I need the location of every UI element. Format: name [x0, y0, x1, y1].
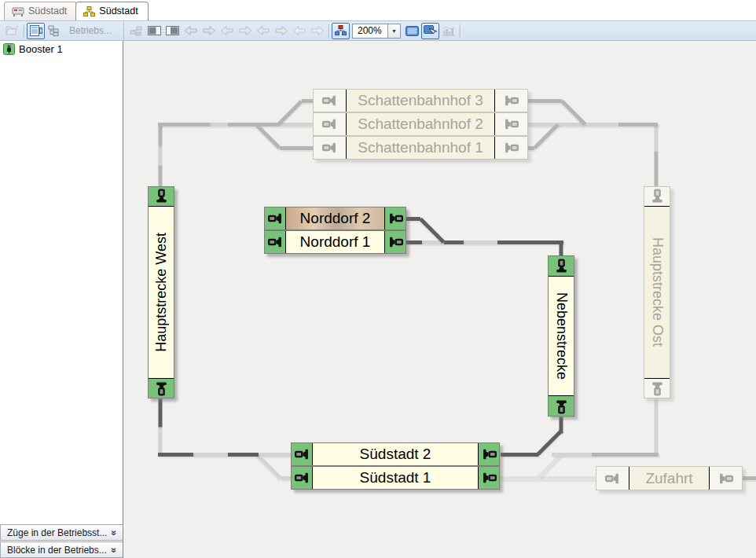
track-segment [655, 125, 659, 152]
toolbar-separator [328, 24, 329, 38]
brake-marker-icon [294, 472, 310, 484]
block-nebenstrecke[interactable]: Nebenstrecke [548, 255, 574, 417]
booster-label: Booster 1 [19, 43, 63, 55]
track-segment [560, 100, 586, 126]
main-toolbar: Betriebs... 200% [0, 20, 756, 41]
track-segment [228, 453, 259, 457]
brake-marker-icon [481, 448, 497, 461]
prev-route-button[interactable] [290, 23, 308, 39]
toolbar-separator [460, 24, 461, 38]
brake-marker-icon [555, 258, 567, 274]
next-route-button[interactable] [308, 23, 326, 39]
track-segment [193, 453, 228, 457]
block-entry-marker [149, 187, 174, 207]
tree-view-button[interactable] [45, 23, 63, 39]
hierarchy-icon [83, 6, 95, 17]
block-hauptstrecke-west[interactable]: Hauptstrecke West [148, 186, 174, 398]
track-segment [444, 240, 464, 244]
block-label: Schattenbahnhof 3 [347, 90, 494, 112]
block-schattenbahnhof-3[interactable]: Schattenbahnhof 3 [313, 89, 528, 112]
details-view-button[interactable] [27, 23, 45, 39]
next-train-button[interactable] [236, 23, 254, 39]
track-segment [255, 123, 281, 149]
track-segment [585, 123, 618, 127]
dispatcher-toolbar: 200% ▼ [123, 21, 756, 40]
panel-zuege-in-betriebsstelle[interactable]: Züge in der Betriebsst... » [0, 524, 123, 541]
block-label: Südstadt 2 [313, 443, 478, 465]
half-left-view-button[interactable] [145, 23, 163, 39]
brake-marker-icon [321, 118, 338, 130]
block-entry-marker [596, 467, 629, 490]
block-label: Hauptstrecke Ost [644, 207, 670, 378]
brake-marker-icon [267, 236, 284, 248]
prev-train-button[interactable] [218, 23, 236, 39]
brake-marker-icon [155, 189, 167, 205]
block-entry-marker [292, 443, 313, 465]
track-segment [500, 476, 596, 480]
brake-marker-icon [294, 448, 310, 461]
block-hauptstrecke-ost[interactable]: Hauptstrecke Ost [644, 186, 670, 398]
dispatcher-diagram-canvas[interactable]: Schattenbahnhof 3Schattenbahnhof 2Schatt… [123, 41, 756, 558]
track-segment [406, 240, 422, 244]
track-segment [255, 453, 281, 479]
track-segment [533, 123, 559, 149]
track-segment [159, 125, 163, 147]
block-suedstadt-1[interactable]: Südstadt 1 [291, 466, 500, 490]
block-exit-marker [709, 467, 742, 490]
brake-marker-icon [481, 472, 497, 484]
block-norddorf-2[interactable]: Norddorf 2 [264, 207, 406, 230]
block-exit-marker [478, 467, 499, 489]
block-schattenbahnhof-1[interactable]: Schattenbahnhof 1 [313, 136, 528, 160]
brake-marker-icon [604, 472, 621, 485]
tab-dispatcher-suedstadt[interactable]: Südstadt [75, 2, 148, 20]
window-view-button[interactable] [403, 23, 421, 39]
track-segment [302, 99, 313, 103]
brake-marker-icon [387, 212, 404, 225]
block-zufahrt[interactable]: Zufahrt [596, 466, 743, 490]
track-segment [158, 123, 210, 127]
switch-mode-button[interactable] [127, 23, 145, 39]
sidebar-empty-area [0, 57, 123, 523]
panel-bloecke-in-betriebsstelle[interactable]: Blöcke in der Betriebs... » [0, 541, 123, 558]
half-right-view-button[interactable] [163, 23, 182, 39]
track-segment [259, 453, 291, 457]
document-tab-bar: Südstadt Südstadt [0, 0, 756, 20]
brake-marker-icon [155, 380, 167, 397]
block-label: Nebenstrecke [549, 277, 574, 395]
track-segment [497, 240, 563, 244]
block-schattenbahnhof-2[interactable]: Schattenbahnhof 2 [313, 112, 528, 136]
track-segment [159, 428, 163, 454]
block-exit-marker [384, 207, 406, 229]
tab-switchboard-suedstadt[interactable]: Südstadt [4, 2, 77, 20]
track-segment [228, 123, 278, 127]
switchboard-icon [12, 6, 24, 17]
track-segment [280, 146, 313, 150]
block-label: Hauptstrecke West [149, 207, 174, 378]
open-folder-button[interactable] [3, 23, 21, 39]
next-block-button[interactable] [272, 23, 290, 39]
track-segment [618, 123, 658, 127]
block-exit-marker [494, 90, 527, 112]
block-exit-marker [478, 443, 499, 465]
network-view-button[interactable] [332, 23, 350, 39]
track-segment [655, 399, 659, 455]
edit-pointer-button[interactable] [421, 23, 439, 39]
block-label: Südstadt 1 [313, 467, 478, 489]
block-entry-marker [292, 467, 313, 489]
nav-left-button[interactable] [182, 23, 200, 39]
prev-block-button[interactable] [254, 23, 272, 39]
booster-plug-icon [3, 43, 15, 55]
brake-marker-icon [321, 141, 338, 154]
block-suedstadt-2[interactable]: Südstadt 2 [291, 442, 500, 466]
block-entry-marker [265, 231, 286, 253]
nav-right-button[interactable] [200, 23, 218, 39]
block-norddorf-1[interactable]: Norddorf 1 [264, 230, 406, 254]
brake-marker-icon [321, 94, 338, 107]
block-entry-marker [265, 207, 286, 229]
tab-label: Südstadt [99, 6, 138, 17]
statistics-button[interactable] [439, 23, 457, 39]
zoom-dropdown-button[interactable]: ▼ [388, 24, 401, 39]
zoom-value-field[interactable]: 200% [352, 24, 388, 39]
sidebar-item-booster[interactable]: Booster 1 [0, 41, 123, 57]
track-segment [281, 476, 291, 480]
